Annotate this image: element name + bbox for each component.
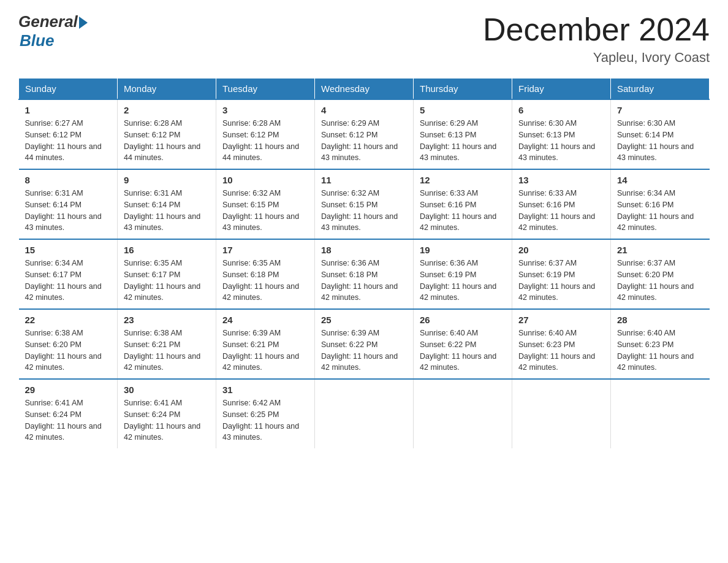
header-cell-monday: Monday xyxy=(118,79,216,100)
day-number: 30 xyxy=(124,385,210,395)
calendar-cell: 6Sunrise: 6:30 AMSunset: 6:13 PMDaylight… xyxy=(512,99,611,169)
calendar-cell xyxy=(611,379,710,448)
day-number: 31 xyxy=(222,385,308,395)
day-info: Sunrise: 6:36 AMSunset: 6:19 PMDaylight:… xyxy=(420,258,506,304)
header-cell-sunday: Sunday xyxy=(19,79,118,100)
calendar-cell: 14Sunrise: 6:34 AMSunset: 6:16 PMDayligh… xyxy=(611,169,710,239)
day-info: Sunrise: 6:34 AMSunset: 6:17 PMDaylight:… xyxy=(25,258,112,304)
calendar-header: SundayMondayTuesdayWednesdayThursdayFrid… xyxy=(19,79,710,100)
day-info: Sunrise: 6:41 AMSunset: 6:24 PMDaylight:… xyxy=(124,397,210,443)
day-info: Sunrise: 6:40 AMSunset: 6:23 PMDaylight:… xyxy=(518,327,604,373)
calendar-cell: 7Sunrise: 6:30 AMSunset: 6:14 PMDaylight… xyxy=(611,99,710,169)
week-row-3: 15Sunrise: 6:34 AMSunset: 6:17 PMDayligh… xyxy=(19,239,710,309)
calendar-cell xyxy=(414,379,512,448)
day-number: 25 xyxy=(321,315,407,325)
day-info: Sunrise: 6:35 AMSunset: 6:17 PMDaylight:… xyxy=(124,258,210,304)
day-number: 12 xyxy=(420,175,506,185)
location-text: Yapleu, Ivory Coast xyxy=(483,50,710,66)
calendar-cell: 4Sunrise: 6:29 AMSunset: 6:12 PMDaylight… xyxy=(315,99,414,169)
day-info: Sunrise: 6:38 AMSunset: 6:21 PMDaylight:… xyxy=(124,327,210,373)
logo: General Blue xyxy=(18,12,88,50)
calendar-cell: 9Sunrise: 6:31 AMSunset: 6:14 PMDaylight… xyxy=(118,169,216,239)
calendar-cell: 18Sunrise: 6:36 AMSunset: 6:18 PMDayligh… xyxy=(315,239,414,309)
week-row-2: 8Sunrise: 6:31 AMSunset: 6:14 PMDaylight… xyxy=(19,169,710,239)
day-number: 28 xyxy=(617,315,703,325)
day-number: 6 xyxy=(518,105,604,115)
calendar-cell: 28Sunrise: 6:40 AMSunset: 6:23 PMDayligh… xyxy=(611,309,710,379)
day-info: Sunrise: 6:38 AMSunset: 6:20 PMDaylight:… xyxy=(25,327,112,373)
calendar-cell: 25Sunrise: 6:39 AMSunset: 6:22 PMDayligh… xyxy=(315,309,414,379)
day-info: Sunrise: 6:30 AMSunset: 6:13 PMDaylight:… xyxy=(518,118,604,164)
day-number: 8 xyxy=(25,175,112,185)
calendar-cell: 15Sunrise: 6:34 AMSunset: 6:17 PMDayligh… xyxy=(19,239,118,309)
day-info: Sunrise: 6:39 AMSunset: 6:22 PMDaylight:… xyxy=(321,327,407,373)
calendar-cell: 17Sunrise: 6:35 AMSunset: 6:18 PMDayligh… xyxy=(216,239,315,309)
calendar-cell xyxy=(315,379,414,448)
day-info: Sunrise: 6:28 AMSunset: 6:12 PMDaylight:… xyxy=(124,118,210,164)
calendar-cell: 31Sunrise: 6:42 AMSunset: 6:25 PMDayligh… xyxy=(216,379,315,448)
day-number: 22 xyxy=(25,315,112,325)
day-number: 2 xyxy=(124,105,210,115)
day-number: 24 xyxy=(222,315,308,325)
week-row-5: 29Sunrise: 6:41 AMSunset: 6:24 PMDayligh… xyxy=(19,379,710,448)
calendar-cell: 3Sunrise: 6:28 AMSunset: 6:12 PMDaylight… xyxy=(216,99,315,169)
calendar-cell: 5Sunrise: 6:29 AMSunset: 6:13 PMDaylight… xyxy=(414,99,512,169)
day-info: Sunrise: 6:40 AMSunset: 6:23 PMDaylight:… xyxy=(617,327,703,373)
day-info: Sunrise: 6:27 AMSunset: 6:12 PMDaylight:… xyxy=(25,118,112,164)
week-row-4: 22Sunrise: 6:38 AMSunset: 6:20 PMDayligh… xyxy=(19,309,710,379)
day-info: Sunrise: 6:39 AMSunset: 6:21 PMDaylight:… xyxy=(222,327,308,373)
day-number: 5 xyxy=(420,105,506,115)
logo-blue-text: Blue xyxy=(20,31,54,50)
day-info: Sunrise: 6:42 AMSunset: 6:25 PMDaylight:… xyxy=(222,397,308,443)
day-info: Sunrise: 6:36 AMSunset: 6:18 PMDaylight:… xyxy=(321,258,407,304)
calendar-cell: 2Sunrise: 6:28 AMSunset: 6:12 PMDaylight… xyxy=(118,99,216,169)
day-number: 26 xyxy=(420,315,506,325)
day-number: 21 xyxy=(617,245,703,255)
day-info: Sunrise: 6:35 AMSunset: 6:18 PMDaylight:… xyxy=(222,258,308,304)
calendar-cell: 11Sunrise: 6:32 AMSunset: 6:15 PMDayligh… xyxy=(315,169,414,239)
day-info: Sunrise: 6:31 AMSunset: 6:14 PMDaylight:… xyxy=(25,188,112,234)
logo-general-text: General xyxy=(18,12,78,31)
calendar-cell: 10Sunrise: 6:32 AMSunset: 6:15 PMDayligh… xyxy=(216,169,315,239)
month-title: December 2024 xyxy=(483,12,710,47)
calendar-body: 1Sunrise: 6:27 AMSunset: 6:12 PMDaylight… xyxy=(19,99,710,448)
calendar-cell xyxy=(512,379,611,448)
day-info: Sunrise: 6:37 AMSunset: 6:20 PMDaylight:… xyxy=(617,258,703,304)
day-number: 19 xyxy=(420,245,506,255)
logo-triangle-icon xyxy=(79,17,88,29)
calendar-cell: 20Sunrise: 6:37 AMSunset: 6:19 PMDayligh… xyxy=(512,239,611,309)
day-number: 20 xyxy=(518,245,604,255)
header-cell-tuesday: Tuesday xyxy=(216,79,315,100)
day-info: Sunrise: 6:37 AMSunset: 6:19 PMDaylight:… xyxy=(518,258,604,304)
day-number: 18 xyxy=(321,245,407,255)
week-row-1: 1Sunrise: 6:27 AMSunset: 6:12 PMDaylight… xyxy=(19,99,710,169)
day-info: Sunrise: 6:32 AMSunset: 6:15 PMDaylight:… xyxy=(222,188,308,234)
calendar-cell: 29Sunrise: 6:41 AMSunset: 6:24 PMDayligh… xyxy=(19,379,118,448)
day-number: 1 xyxy=(25,105,112,115)
day-info: Sunrise: 6:30 AMSunset: 6:14 PMDaylight:… xyxy=(617,118,703,164)
header-cell-wednesday: Wednesday xyxy=(315,79,414,100)
calendar-cell: 21Sunrise: 6:37 AMSunset: 6:20 PMDayligh… xyxy=(611,239,710,309)
page-header: General Blue December 2024 Yapleu, Ivory… xyxy=(18,12,710,66)
calendar-cell: 26Sunrise: 6:40 AMSunset: 6:22 PMDayligh… xyxy=(414,309,512,379)
calendar-cell: 12Sunrise: 6:33 AMSunset: 6:16 PMDayligh… xyxy=(414,169,512,239)
day-info: Sunrise: 6:28 AMSunset: 6:12 PMDaylight:… xyxy=(222,118,308,164)
calendar-cell: 23Sunrise: 6:38 AMSunset: 6:21 PMDayligh… xyxy=(118,309,216,379)
day-number: 13 xyxy=(518,175,604,185)
day-number: 29 xyxy=(25,385,112,395)
header-cell-saturday: Saturday xyxy=(611,79,710,100)
day-info: Sunrise: 6:31 AMSunset: 6:14 PMDaylight:… xyxy=(124,188,210,234)
day-number: 23 xyxy=(124,315,210,325)
day-number: 9 xyxy=(124,175,210,185)
title-section: December 2024 Yapleu, Ivory Coast xyxy=(483,12,710,66)
day-number: 10 xyxy=(222,175,308,185)
day-info: Sunrise: 6:29 AMSunset: 6:13 PMDaylight:… xyxy=(420,118,506,164)
calendar-cell: 1Sunrise: 6:27 AMSunset: 6:12 PMDaylight… xyxy=(19,99,118,169)
calendar-cell: 8Sunrise: 6:31 AMSunset: 6:14 PMDaylight… xyxy=(19,169,118,239)
header-row: SundayMondayTuesdayWednesdayThursdayFrid… xyxy=(19,79,710,100)
day-info: Sunrise: 6:34 AMSunset: 6:16 PMDaylight:… xyxy=(617,188,703,234)
day-info: Sunrise: 6:41 AMSunset: 6:24 PMDaylight:… xyxy=(25,397,112,443)
calendar-cell: 22Sunrise: 6:38 AMSunset: 6:20 PMDayligh… xyxy=(19,309,118,379)
calendar-cell: 27Sunrise: 6:40 AMSunset: 6:23 PMDayligh… xyxy=(512,309,611,379)
day-number: 16 xyxy=(124,245,210,255)
